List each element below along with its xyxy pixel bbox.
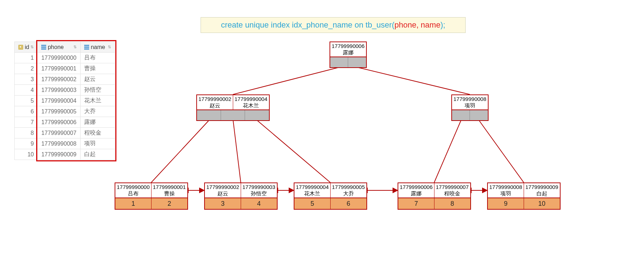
root-node: 17799990006露娜 (330, 42, 367, 68)
cell-phone: 17799990000 (38, 53, 81, 63)
node-key: 17799990003孙悟空 (241, 183, 277, 198)
node-key: 17799990008项羽 (452, 95, 488, 109)
key-name: 白起 (525, 190, 558, 197)
table-row: 717799990006露娜 (15, 117, 115, 128)
cell-phone: 17799990008 (38, 138, 81, 149)
key-name: 露娜 (332, 49, 365, 56)
child-pointer (470, 110, 487, 120)
key-phone: 17799990009 (525, 184, 558, 190)
cell-id: 3 (15, 74, 38, 85)
cell-name: 吕布 (81, 53, 115, 63)
leaf-node: 17799990006露娜17799990007程咬金78 (398, 182, 471, 210)
sql-statement: create unique index idx_phone_name on tb… (201, 17, 466, 33)
sql-suffix: ); (441, 20, 445, 29)
cell-name: 花木兰 (81, 96, 115, 106)
child-pointer (221, 110, 245, 120)
key-name: 吕布 (117, 190, 150, 197)
cell-name: 赵云 (81, 74, 115, 85)
child-pointer (348, 57, 366, 67)
leaf-row-id: 7 (398, 198, 434, 209)
table-row: 217799990001曹操 (15, 63, 115, 74)
column-header-phone: phone (48, 44, 72, 50)
source-data-table: id ⇅ phone ⇅ name ⇅ (14, 42, 115, 160)
key-name: 项羽 (453, 102, 486, 109)
key-phone: 17799990008 (453, 96, 486, 102)
key-phone: 17799990005 (332, 184, 365, 190)
key-name: 露娜 (400, 190, 433, 197)
svg-line-6 (479, 120, 524, 182)
key-phone: 17799990008 (489, 184, 522, 190)
leaf-row-id: 1 (115, 198, 152, 209)
column-header-name: name (91, 44, 106, 50)
cell-name: 孙悟空 (81, 85, 115, 96)
table-row: 517799990004花木兰 (15, 96, 115, 106)
leaf-row-id: 9 (488, 198, 524, 209)
column-icon (84, 45, 89, 50)
key-phone: 17799990004 (296, 184, 329, 190)
cell-id: 1 (15, 53, 38, 63)
key-phone: 17799990006 (400, 184, 433, 190)
node-key: 17799990007程咬金 (434, 183, 470, 198)
key-phone: 17799990002 (206, 184, 239, 190)
node-key: 17799990002赵云 (205, 183, 241, 198)
key-name: 赵云 (206, 190, 239, 197)
cell-name: 露娜 (81, 117, 115, 128)
child-pointer (245, 110, 269, 120)
node-key: 17799990006露娜 (398, 183, 434, 198)
primary-key-icon (18, 45, 23, 50)
leaf-node: 17799990004花木兰17799990005大乔56 (294, 182, 367, 210)
cell-name: 项羽 (81, 138, 115, 149)
leaf-row-id: 5 (294, 198, 331, 209)
leaf-row-id: 8 (434, 198, 470, 209)
node-key: 17799990008项羽 (488, 183, 524, 198)
cell-phone: 17799990002 (38, 74, 81, 85)
table-row: 417799990003孙悟空 (15, 85, 115, 96)
internal-node: 17799990002赵云17799990004花木兰 (196, 94, 270, 121)
key-name: 花木兰 (296, 190, 329, 197)
sort-icon: ⇅ (30, 45, 34, 49)
cell-name: 大乔 (81, 106, 115, 117)
svg-line-0 (233, 67, 339, 94)
table-row: 617799990005大乔 (15, 106, 115, 117)
leaf-row-id: 10 (524, 198, 560, 209)
child-pointer (452, 110, 470, 120)
key-name: 花木兰 (235, 102, 268, 109)
cell-id: 6 (15, 106, 38, 117)
key-name: 赵云 (198, 102, 231, 109)
key-name: 孙悟空 (242, 190, 275, 197)
column-header-id: id (25, 44, 29, 50)
child-pointer (330, 57, 348, 67)
node-key: 17799990004花木兰 (233, 95, 269, 109)
cell-phone: 17799990006 (38, 117, 81, 128)
key-phone: 17799990003 (242, 184, 275, 190)
column-icon (41, 45, 46, 50)
cell-name: 程咬金 (81, 128, 115, 138)
table-row: 917799990008项羽 (15, 138, 115, 149)
node-key: 17799990006露娜 (330, 42, 366, 57)
sql-highlight: phone, name (394, 20, 440, 29)
leaf-node: 17799990008项羽17799990009白起910 (487, 182, 561, 210)
table-row: 1017799990009白起 (15, 149, 115, 160)
table-row: 817799990007程咬金 (15, 128, 115, 138)
svg-line-4 (257, 120, 330, 182)
key-name: 项羽 (489, 190, 522, 197)
cell-id: 9 (15, 138, 38, 149)
key-phone: 17799990002 (198, 96, 231, 102)
table-row: 317799990002赵云 (15, 74, 115, 85)
sql-prefix: create unique index idx_phone_name on tb… (221, 20, 394, 29)
cell-id: 7 (15, 117, 38, 128)
leaf-node: 17799990002赵云17799990003孙悟空34 (204, 182, 278, 210)
node-key: 17799990004花木兰 (294, 183, 331, 198)
node-key: 17799990009白起 (524, 183, 560, 198)
leaf-row-id: 6 (331, 198, 366, 209)
cell-name: 曹操 (81, 63, 115, 74)
svg-line-1 (357, 67, 470, 94)
cell-phone: 17799990001 (38, 63, 81, 74)
cell-phone: 17799990003 (38, 85, 81, 96)
internal-node: 17799990008项羽 (451, 94, 489, 121)
key-name: 曹操 (153, 190, 186, 197)
node-key: 17799990001曹操 (152, 183, 187, 198)
svg-line-5 (434, 120, 461, 182)
cell-phone: 17799990009 (38, 149, 81, 160)
key-phone: 17799990006 (332, 43, 365, 49)
